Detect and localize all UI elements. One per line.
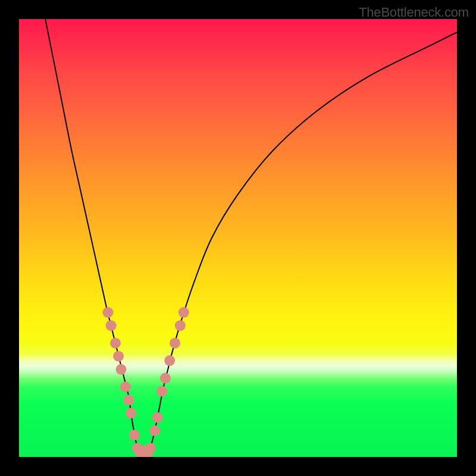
curve-svg bbox=[19, 19, 457, 457]
marker-dot bbox=[156, 386, 167, 397]
marker-dot bbox=[152, 412, 163, 423]
marker-dot bbox=[123, 394, 134, 405]
marker-dot bbox=[126, 408, 136, 418]
marker-dot bbox=[129, 430, 140, 440]
marker-dot bbox=[115, 364, 126, 375]
marker-dot bbox=[102, 307, 113, 318]
marker-dot bbox=[110, 338, 121, 349]
chart-container: TheBottleneck.com bbox=[0, 0, 476, 476]
curves-group bbox=[45, 19, 457, 453]
marker-dot bbox=[120, 381, 131, 392]
marker-dot bbox=[164, 355, 175, 366]
marker-dot bbox=[106, 320, 117, 331]
marker-dot bbox=[178, 307, 189, 318]
marker-dot bbox=[149, 425, 160, 436]
watermark-text: TheBottleneck.com bbox=[359, 5, 469, 20]
marker-dot bbox=[113, 351, 124, 362]
marker-dot bbox=[175, 320, 186, 331]
curve-right-branch bbox=[151, 32, 457, 448]
markers-group bbox=[102, 307, 189, 457]
marker-dot bbox=[160, 373, 171, 384]
marker-dot bbox=[170, 338, 180, 349]
plot-area bbox=[19, 19, 457, 457]
